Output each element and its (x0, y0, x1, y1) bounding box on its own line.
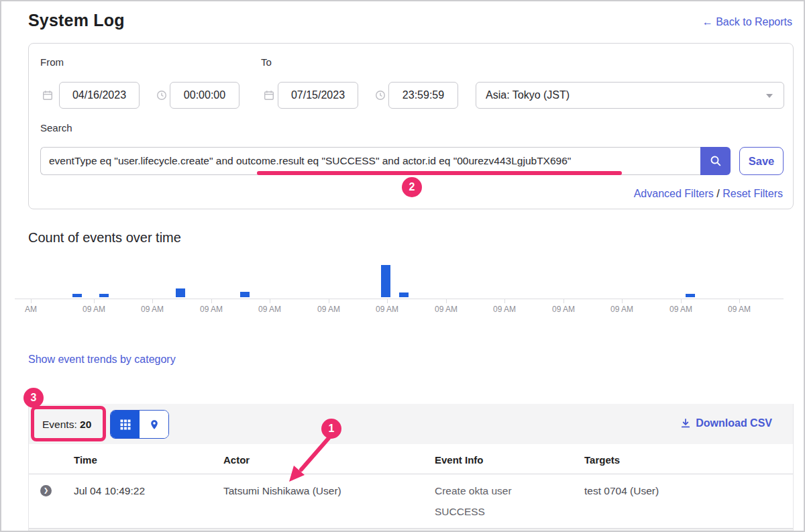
chart-tick-label: 09 AM (141, 305, 164, 314)
chart-tick-label: 09 AM (552, 305, 575, 314)
chevron-down-icon (766, 94, 773, 98)
chart-tick (387, 299, 388, 303)
row-event-info: Create okta user (435, 485, 512, 497)
chart-tick (564, 299, 564, 303)
search-query-input[interactable] (40, 147, 700, 175)
grid-view-button[interactable] (111, 411, 140, 438)
search-icon (710, 155, 722, 167)
show-event-trends-link[interactable]: Show event trends by category (28, 354, 176, 366)
chart-x-axis (15, 299, 784, 299)
save-button[interactable]: Save (739, 147, 784, 175)
events-count-label: Events: (42, 419, 77, 430)
chart-bar (176, 288, 185, 297)
download-icon (680, 418, 691, 429)
chart-tick-label: 09 AM (317, 305, 340, 314)
chart-tick-label: 09 AM (200, 305, 223, 314)
column-header-time: Time (74, 454, 97, 466)
back-to-reports-link[interactable]: ← Back to Reports (702, 16, 792, 28)
chart-bar (99, 294, 109, 297)
table-header-row: Time Actor Event Info Targets (29, 444, 793, 474)
chart-tick (329, 299, 329, 303)
row-actor: Tatsumi Nishikawa (User) (223, 485, 341, 497)
search-label: Search (40, 122, 72, 134)
chart-tick-label: AM (25, 305, 37, 314)
chart-tick (446, 299, 447, 303)
chart-tick (211, 299, 212, 303)
chart-tick-label: 09 AM (610, 305, 633, 314)
row-targets: test 0704 (User) (584, 485, 659, 497)
grid-icon (120, 419, 131, 430)
chart-tick (31, 299, 32, 303)
to-date-input[interactable] (278, 82, 358, 109)
table-row[interactable]: ❯ Jul 04 10:49:22 Tatsumi Nishikawa (Use… (29, 474, 793, 529)
chart-bar (399, 292, 409, 297)
chart-tick (622, 299, 623, 303)
chart-tick-label: 09 AM (435, 305, 458, 314)
chart-bar (381, 265, 390, 297)
from-label: From (40, 56, 64, 68)
clock-icon (375, 90, 386, 101)
row-event-result: SUCCESS (435, 506, 485, 518)
events-count-value: 20 (80, 419, 91, 430)
chart-title: Count of events over time (28, 230, 181, 246)
events-count: Events: 20 (42, 419, 91, 431)
chart-tick-label: 09 AM (669, 305, 692, 314)
events-over-time-chart: AM09 AM09 AM09 AM09 AM09 AM09 AM09 AM09 … (1, 253, 805, 315)
chart-tick-label: 09 AM (258, 305, 281, 314)
filter-panel: From To Asia: Tokyo (JST) Search Save Ad… (28, 43, 794, 209)
left-arrow-icon: ← (702, 16, 713, 28)
map-view-button[interactable] (140, 411, 168, 438)
chart-tick (739, 299, 740, 303)
calendar-icon (264, 90, 274, 101)
download-csv-label: Download CSV (696, 417, 772, 429)
chart-tick (152, 299, 153, 303)
events-toolbar: Events: 20 Download CSV (29, 404, 793, 444)
calendar-icon (42, 90, 53, 101)
events-panel: Events: 20 Download CSV Time Actor Event… (28, 404, 794, 532)
column-header-event-info: Event Info (435, 454, 484, 466)
chart-tick (94, 299, 95, 303)
chart-tick (504, 299, 505, 303)
chart-tick-label: 09 AM (493, 305, 516, 314)
filter-links: Advanced Filters / Reset Filters (634, 188, 783, 200)
chart-bar (72, 294, 82, 297)
links-separator: / (716, 188, 722, 199)
column-header-targets: Targets (584, 454, 620, 466)
chart-tick-label: 09 AM (728, 305, 751, 314)
chart-bar (686, 294, 695, 297)
row-time: Jul 04 10:49:22 (74, 485, 145, 497)
view-toggle (110, 410, 169, 439)
chart-bar (240, 292, 250, 297)
from-date-input[interactable] (59, 82, 140, 109)
timezone-select[interactable]: Asia: Tokyo (JST) (476, 82, 784, 109)
to-label: To (261, 56, 272, 68)
timezone-value: Asia: Tokyo (JST) (486, 89, 570, 101)
search-button[interactable] (700, 147, 731, 175)
reset-filters-link[interactable]: Reset Filters (722, 188, 783, 199)
map-pin-icon (149, 419, 160, 430)
next-row-edge (29, 529, 793, 532)
clock-icon (156, 90, 167, 101)
advanced-filters-link[interactable]: Advanced Filters (634, 188, 714, 199)
chart-tick (681, 299, 682, 303)
to-time-input[interactable] (388, 82, 458, 109)
chart-tick (270, 299, 270, 303)
back-to-reports-label: Back to Reports (716, 16, 792, 28)
column-header-actor: Actor (223, 454, 250, 466)
chart-tick-label: 09 AM (83, 305, 105, 314)
from-time-input[interactable] (170, 82, 239, 109)
chart-tick-label: 09 AM (376, 305, 398, 314)
expand-row-chevron-icon[interactable]: ❯ (40, 485, 52, 496)
download-csv-button[interactable]: Download CSV (680, 417, 772, 429)
page-title: System Log (28, 11, 125, 30)
system-log-page: System Log ← Back to Reports From To Asi… (0, 0, 805, 532)
